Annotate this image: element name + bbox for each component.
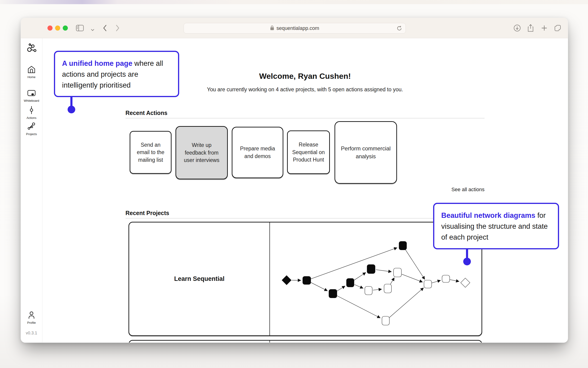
home-icon bbox=[27, 65, 36, 74]
action-card-label: Perform commercial analysis bbox=[339, 145, 392, 160]
diagram-node-t7 bbox=[365, 286, 372, 295]
diagram-node-t3 bbox=[329, 289, 337, 298]
actions-icon bbox=[29, 106, 34, 115]
diagram-node-t1 bbox=[303, 276, 311, 285]
callout-stem bbox=[70, 96, 72, 107]
page-title: Welcome, Ryan Cushen! bbox=[125, 72, 484, 81]
sidebar-item-label: Home bbox=[27, 75, 36, 79]
app-logo-icon[interactable] bbox=[21, 43, 42, 53]
sidebar-item-label: Projects bbox=[26, 132, 37, 136]
action-card[interactable]: Send an email to the mailing list bbox=[130, 131, 172, 174]
recent-actions-heading: Recent Actions bbox=[125, 110, 484, 116]
back-icon[interactable] bbox=[101, 24, 109, 32]
sidebar-item-actions[interactable]: Actions bbox=[21, 106, 42, 120]
callout-network-diagrams: Beautiful network diagrams for visualisi… bbox=[433, 203, 559, 249]
diagram-node-t6 bbox=[394, 268, 401, 277]
action-card[interactable]: Write up feedback from user interviews bbox=[176, 126, 228, 179]
projects-icon bbox=[27, 122, 36, 131]
callout-dot bbox=[68, 106, 75, 113]
diagram-node-t4 bbox=[346, 278, 354, 287]
callout-highlight: Beautiful network diagrams bbox=[441, 211, 535, 220]
forward-icon[interactable] bbox=[114, 24, 122, 32]
share-icon[interactable] bbox=[527, 24, 535, 32]
app-sidebar: Home Whiteboard Actions bbox=[21, 38, 42, 342]
url-text: sequentialapp.com bbox=[276, 25, 319, 31]
project-row-partial[interactable] bbox=[129, 340, 482, 343]
recent-projects-heading: Recent Projects bbox=[125, 210, 484, 216]
downloads-icon[interactable] bbox=[513, 24, 521, 32]
lock-icon bbox=[270, 25, 274, 31]
diagram-node-t9 bbox=[382, 316, 389, 325]
chevron-down-icon[interactable] bbox=[88, 26, 97, 34]
callout-unified-home: A unified home page where all actions an… bbox=[54, 51, 179, 97]
minimize-window-button[interactable] bbox=[55, 26, 60, 31]
app-version: v0.3.1 bbox=[21, 331, 42, 336]
diagram-node-t5 bbox=[367, 264, 375, 274]
callout-highlight: A unified home page bbox=[62, 59, 132, 67]
action-card-label: Release Sequential on Product Hunt bbox=[292, 141, 325, 164]
diagram-node-start bbox=[282, 275, 291, 285]
see-all-actions-link[interactable]: See all actions bbox=[125, 186, 484, 193]
recent-actions-divider bbox=[125, 118, 484, 119]
action-card-label: Send an email to the mailing list bbox=[134, 141, 167, 164]
tab-overview-icon[interactable] bbox=[553, 24, 562, 32]
zoom-window-button[interactable] bbox=[63, 26, 68, 31]
profile-icon bbox=[28, 311, 35, 320]
desktop-background-strip bbox=[0, 0, 588, 4]
diagram-node-t2 bbox=[399, 241, 407, 250]
action-card-label: Prepare media and demos bbox=[237, 145, 279, 160]
diagram-node-t10 bbox=[424, 280, 432, 288]
project-row[interactable]: Learn Sequential bbox=[129, 222, 482, 336]
whiteboard-icon bbox=[27, 90, 36, 98]
project-row-divider bbox=[270, 341, 270, 343]
sidebar-item-whiteboard[interactable]: Whiteboard bbox=[21, 90, 42, 102]
sidebar-item-projects[interactable]: Projects bbox=[21, 122, 42, 136]
sidebar-item-profile[interactable]: Profile bbox=[21, 311, 42, 324]
project-name: Learn Sequential bbox=[129, 222, 270, 335]
callout-dot bbox=[463, 258, 471, 265]
diagram-node-t8 bbox=[384, 284, 391, 293]
sidebar-item-home[interactable]: Home bbox=[21, 65, 42, 79]
action-card[interactable]: Release Sequential on Product Hunt bbox=[287, 130, 330, 174]
close-window-button[interactable] bbox=[47, 26, 53, 31]
browser-toolbar: sequentialapp.com bbox=[21, 18, 568, 38]
reload-icon[interactable] bbox=[395, 24, 403, 32]
recent-projects-divider bbox=[125, 218, 484, 219]
sidebar-item-label: Whiteboard bbox=[24, 99, 39, 102]
address-bar[interactable]: sequentialapp.com bbox=[184, 23, 406, 34]
diagram-node-t11 bbox=[442, 275, 450, 283]
new-tab-icon[interactable] bbox=[540, 24, 548, 32]
action-card[interactable]: Prepare media and demos bbox=[232, 127, 283, 178]
action-card[interactable]: Perform commercial analysis bbox=[334, 121, 397, 184]
sidebar-item-label: Profile bbox=[27, 321, 36, 324]
screenshot-root: sequentialapp.com bbox=[0, 0, 588, 368]
welcome-subtitle: You are currently working on 4 active pr… bbox=[125, 86, 484, 93]
diagram-node-end bbox=[461, 278, 470, 287]
sidebar-item-label: Actions bbox=[27, 116, 36, 120]
action-card-label: Write up feedback from user interviews bbox=[180, 141, 223, 164]
